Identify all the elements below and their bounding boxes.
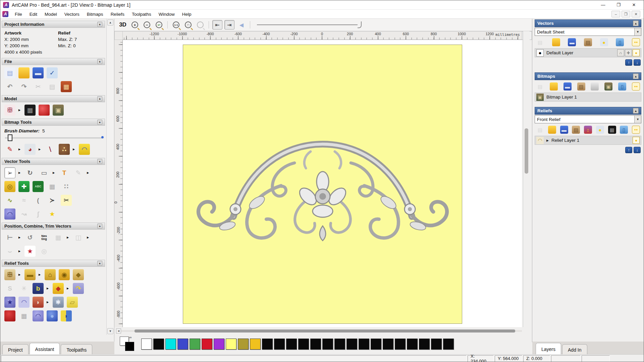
flyout-arrow-icon[interactable] bbox=[73, 148, 76, 151]
collapse-icon[interactable]: ▲ bbox=[97, 59, 102, 64]
collapse-icon[interactable]: ▲ bbox=[633, 108, 639, 114]
relief-sphere-icon[interactable]: ● bbox=[47, 310, 58, 321]
zoom-fit-button[interactable]: □ bbox=[183, 20, 193, 29]
palette-swatch[interactable] bbox=[443, 339, 454, 350]
flyout-arrow-icon[interactable] bbox=[87, 236, 90, 239]
toggle-all-visibility-icon[interactable]: ●● bbox=[632, 38, 640, 46]
tab-assistant[interactable]: Assistant bbox=[30, 343, 60, 355]
palette-swatch[interactable] bbox=[371, 339, 381, 350]
collapse-icon[interactable]: ▲ bbox=[97, 261, 102, 266]
zoom-previous-button[interactable]: ↩ bbox=[154, 20, 164, 29]
dock-right-button[interactable]: ⇥ bbox=[224, 20, 234, 29]
text-on-curve-icon[interactable]: ↺ bbox=[24, 232, 36, 243]
vertical-scroll-thumb[interactable] bbox=[525, 128, 528, 174]
dock-left-button[interactable]: ⇤ bbox=[212, 20, 222, 29]
cut-icon[interactable]: ✂ bbox=[33, 81, 44, 92]
palette-swatch[interactable] bbox=[407, 339, 418, 350]
vector-layer-row[interactable]: ● Default Layer ∩ ✛ ● bbox=[535, 48, 641, 57]
star-tool-icon[interactable]: ★ bbox=[47, 208, 58, 220]
mdi-close-button[interactable]: ✕ bbox=[632, 11, 640, 17]
weave-wizard-icon[interactable]: ✳ bbox=[18, 283, 30, 294]
palette-swatch[interactable] bbox=[177, 339, 188, 350]
image-layer-icon[interactable]: ▣ bbox=[604, 82, 612, 90]
corner-icon[interactable]: ≻ bbox=[47, 195, 58, 206]
slider-track[interactable] bbox=[5, 137, 102, 138]
dome-profile-icon[interactable]: ◠ bbox=[18, 297, 30, 308]
palette-swatch[interactable] bbox=[298, 339, 309, 350]
menu-help[interactable]: Help bbox=[178, 10, 195, 18]
collapse-icon[interactable]: ▲ bbox=[97, 159, 102, 164]
nesting-icon[interactable]: Nes ting bbox=[39, 232, 50, 243]
menu-edit[interactable]: Edit bbox=[26, 10, 41, 18]
flyout-arrow-icon[interactable] bbox=[39, 148, 42, 151]
calculate-relief-icon[interactable]: ꕥ bbox=[4, 269, 15, 280]
dome-tool-icon[interactable]: ◠ bbox=[4, 208, 15, 220]
palette-swatch[interactable] bbox=[359, 339, 369, 350]
new-model-icon[interactable]: ▤ bbox=[4, 67, 15, 78]
add-shape-icon[interactable]: ⌂ bbox=[45, 269, 56, 280]
star-relief-icon[interactable]: ★ bbox=[4, 297, 15, 308]
lock-icon[interactable]: ∩ bbox=[617, 49, 624, 56]
mdi-minimize-button[interactable]: – bbox=[611, 11, 620, 17]
flyout-arrow-icon[interactable] bbox=[67, 236, 70, 239]
palette-swatch[interactable] bbox=[419, 339, 430, 350]
flyout-arrow-icon[interactable] bbox=[53, 171, 56, 174]
toggle-all-visibility-icon[interactable]: ●● bbox=[632, 126, 640, 134]
scroll-up-icon[interactable]: ▲ bbox=[107, 19, 113, 25]
menu-bitmaps[interactable]: Bitmaps bbox=[83, 10, 107, 18]
collapse-icon[interactable]: ▲ bbox=[97, 22, 102, 27]
model-artboard[interactable] bbox=[183, 45, 462, 324]
greyscale-preview-icon[interactable]: ▦ bbox=[608, 126, 616, 134]
tab-add-in[interactable]: Add In bbox=[562, 344, 587, 355]
create-polyline-icon[interactable]: ∿ bbox=[4, 195, 15, 206]
move-layer-up-icon[interactable]: ↑ bbox=[625, 59, 632, 66]
block-copy-icon[interactable]: ▦ bbox=[53, 232, 64, 243]
texture-relief-icon[interactable]: b bbox=[33, 283, 44, 294]
layer-visibility-icon[interactable]: ● bbox=[600, 38, 608, 46]
tab-project[interactable]: Project bbox=[2, 344, 29, 355]
flyout-arrow-icon[interactable] bbox=[18, 236, 21, 239]
save-layer-icon[interactable]: ▬ bbox=[564, 82, 572, 90]
vector-sheet-select[interactable]: Default Sheet ▼ bbox=[535, 28, 641, 36]
scroll-left-icon[interactable]: ◄ bbox=[116, 328, 121, 334]
move-layer-up-icon[interactable]: ↑ bbox=[625, 147, 632, 153]
palette-swatch[interactable] bbox=[202, 339, 212, 350]
delete-layer-icon[interactable]: ▯ bbox=[616, 38, 624, 46]
palette-swatch[interactable] bbox=[238, 339, 249, 350]
spiral-icon[interactable]: ◎ bbox=[39, 246, 50, 257]
emboss-relief-icon[interactable]: ✱ bbox=[53, 297, 64, 308]
toggle-all-visibility-icon[interactable]: ●● bbox=[632, 82, 640, 90]
select-vectors-icon[interactable]: ➢ bbox=[4, 167, 15, 178]
palette-swatch[interactable] bbox=[395, 339, 406, 350]
trim-vectors-icon[interactable]: ✂ bbox=[61, 195, 72, 206]
horizontal-scroll-track[interactable] bbox=[121, 330, 522, 332]
slider-handle[interactable] bbox=[358, 21, 362, 28]
merge-shapes-icon[interactable]: ◆ bbox=[73, 269, 84, 280]
greyscale-model-icon[interactable]: ▦ bbox=[24, 105, 36, 116]
menu-reliefs[interactable]: Reliefs bbox=[107, 10, 128, 18]
flood-fill-icon[interactable]: ◕ bbox=[24, 144, 36, 155]
flyout-arrow-icon[interactable] bbox=[18, 148, 21, 151]
palette-swatch[interactable] bbox=[431, 339, 442, 350]
minimize-button[interactable]: — bbox=[595, 1, 611, 9]
two-rail-sweep-icon[interactable]: ◗ bbox=[33, 297, 44, 308]
collapse-icon[interactable]: ▲ bbox=[97, 96, 102, 101]
relief-select[interactable]: Front Relief ▼ bbox=[535, 115, 641, 123]
close-button[interactable]: ✕ bbox=[626, 1, 642, 9]
save-model-icon[interactable]: ▬ bbox=[33, 67, 44, 78]
flyout-arrow-icon[interactable] bbox=[87, 171, 90, 174]
palette-swatch[interactable] bbox=[226, 339, 236, 350]
open-layer-icon[interactable] bbox=[552, 38, 560, 46]
palette-swatch[interactable] bbox=[274, 339, 285, 350]
delete-layer-icon[interactable]: ▯ bbox=[618, 82, 626, 90]
palette-swatch[interactable] bbox=[153, 339, 164, 350]
delete-layer-icon[interactable]: ▯ bbox=[620, 126, 628, 134]
expand-icon[interactable]: ▶ bbox=[546, 139, 549, 142]
palette-swatch[interactable] bbox=[165, 339, 176, 350]
wrap-relief-icon[interactable]: ↷ bbox=[73, 283, 84, 294]
vector-layer-name[interactable]: Default Layer bbox=[546, 50, 573, 55]
move-layer-down-icon[interactable]: ↓ bbox=[634, 59, 641, 66]
transform-vectors-icon[interactable]: ↻ bbox=[24, 167, 36, 178]
create-rectangle-icon[interactable]: ▭ bbox=[39, 167, 50, 178]
collapse-icon[interactable]: ▲ bbox=[633, 20, 639, 26]
